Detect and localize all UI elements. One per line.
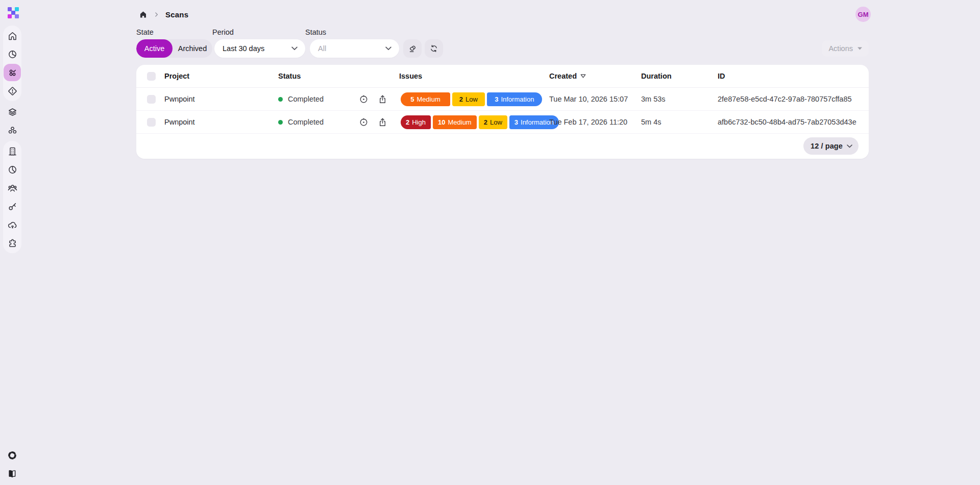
actions-button-label: Actions bbox=[828, 44, 853, 53]
issue-badge-low[interactable]: 2Low bbox=[452, 92, 485, 106]
period-select-value: Last 30 days bbox=[223, 44, 264, 53]
target-icon[interactable] bbox=[358, 94, 369, 105]
chevron-right-icon bbox=[153, 11, 160, 18]
column-header-project[interactable]: Project bbox=[164, 72, 278, 80]
state-filter: State Active Archived bbox=[136, 29, 212, 58]
table-row[interactable]: Pwnpoint Completed 5Medium2Low3Informati… bbox=[136, 88, 869, 111]
issue-count: 2 bbox=[484, 118, 487, 126]
page-size-label: 12 / page bbox=[811, 142, 843, 150]
status-cell: Completed bbox=[278, 94, 399, 105]
period-filter: Period Last 30 days bbox=[212, 29, 305, 58]
id-cell: 2fe87e58-e5cd-47c2-97a8-780757cffa85 bbox=[718, 95, 869, 103]
scans-table: Project Status Issues Created Duration I… bbox=[136, 65, 869, 159]
issue-count: 3 bbox=[514, 118, 518, 126]
issue-severity-label: High bbox=[412, 118, 426, 126]
topbar: Scans GM bbox=[136, 0, 869, 29]
filter-tools bbox=[403, 39, 443, 58]
state-option-archived[interactable]: Archived bbox=[173, 39, 212, 58]
sidebar-item-vulnerabilities[interactable] bbox=[3, 82, 21, 100]
assets-icon bbox=[7, 125, 18, 136]
docs-icon bbox=[7, 469, 17, 479]
issue-badge-high[interactable]: 2High bbox=[401, 115, 431, 129]
chevron-down-icon bbox=[291, 46, 298, 51]
issue-badges: 5Medium2Low3Information bbox=[401, 92, 542, 106]
issue-badge-information[interactable]: 3Information bbox=[487, 92, 542, 106]
column-header-id[interactable]: ID bbox=[718, 72, 869, 80]
organization-icon bbox=[7, 146, 18, 157]
clear-filters-button[interactable] bbox=[403, 39, 422, 58]
status-select[interactable]: All bbox=[310, 39, 399, 58]
row-checkbox[interactable] bbox=[147, 118, 156, 127]
sidebar-item-assets[interactable] bbox=[3, 121, 21, 139]
table-footer: 12 / page bbox=[136, 134, 869, 158]
state-segmented-control: Active Archived bbox=[136, 39, 212, 58]
sidebar-item-home[interactable] bbox=[3, 27, 21, 45]
sidebar-item-docs[interactable] bbox=[3, 465, 21, 483]
issue-badge-medium[interactable]: 5Medium bbox=[401, 92, 450, 106]
cloud-icon bbox=[7, 220, 18, 230]
row-actions bbox=[358, 94, 388, 105]
column-header-issues[interactable]: Issues bbox=[399, 72, 549, 80]
chevron-down-icon bbox=[385, 46, 391, 51]
sidebar-item-help[interactable] bbox=[3, 446, 21, 465]
period-select[interactable]: Last 30 days bbox=[214, 39, 305, 58]
app-logo-icon[interactable] bbox=[6, 6, 20, 20]
refresh-button[interactable] bbox=[425, 39, 443, 58]
avatar[interactable]: GM bbox=[855, 7, 871, 22]
issue-badge-medium[interactable]: 10Medium bbox=[433, 115, 477, 129]
page-title: Scans bbox=[165, 10, 188, 19]
home-icon[interactable] bbox=[139, 10, 148, 19]
export-icon[interactable] bbox=[377, 117, 388, 128]
status-dot-icon bbox=[278, 120, 283, 125]
duration-cell: 3m 53s bbox=[641, 95, 718, 103]
status-select-placeholder: All bbox=[318, 44, 326, 53]
state-option-active[interactable]: Active bbox=[136, 39, 173, 58]
integrations-icon bbox=[7, 238, 18, 249]
sidebar-item-layers[interactable] bbox=[3, 103, 21, 121]
home-icon bbox=[7, 31, 18, 41]
sidebar-bottom-nav bbox=[3, 446, 21, 483]
column-header-duration[interactable]: Duration bbox=[641, 72, 718, 80]
export-icon[interactable] bbox=[377, 94, 388, 105]
sidebar-item-reports[interactable] bbox=[3, 160, 21, 179]
issue-severity-label: Low bbox=[465, 95, 478, 103]
select-all-checkbox[interactable] bbox=[147, 72, 156, 81]
scans-page: { "colors": { "accent": "#A516BD", "acti… bbox=[0, 0, 980, 485]
reports-icon bbox=[7, 164, 18, 175]
issue-count: 10 bbox=[438, 118, 445, 126]
row-actions bbox=[358, 117, 388, 128]
issue-badges: 2High10Medium2Low3Information bbox=[401, 115, 542, 129]
sidebar-item-cloud[interactable] bbox=[3, 215, 21, 234]
chevron-down-icon bbox=[857, 47, 862, 50]
issue-count: 5 bbox=[410, 95, 414, 103]
sidebar-item-team[interactable] bbox=[3, 179, 21, 197]
table-row[interactable]: Pwnpoint Completed 2High10Medium2Low3Inf… bbox=[136, 111, 869, 134]
issue-severity-label: Information bbox=[501, 95, 534, 103]
target-icon[interactable] bbox=[358, 117, 369, 128]
state-filter-label: State bbox=[136, 29, 212, 36]
vulnerabilities-icon bbox=[7, 86, 18, 96]
issue-severity-label: Low bbox=[490, 118, 502, 126]
sidebar-item-organization[interactable] bbox=[3, 142, 21, 160]
sidebar-item-integrations[interactable] bbox=[3, 234, 21, 252]
column-header-status[interactable]: Status bbox=[278, 72, 399, 80]
sidebar-item-scans[interactable] bbox=[3, 63, 21, 82]
period-filter-label: Period bbox=[212, 29, 305, 36]
sidebar-item-api-key[interactable] bbox=[3, 197, 21, 215]
page-size-select[interactable]: 12 / page bbox=[803, 137, 859, 155]
table-body: Pwnpoint Completed 5Medium2Low3Informati… bbox=[136, 88, 869, 134]
row-checkbox[interactable] bbox=[147, 95, 156, 104]
eraser-icon bbox=[407, 43, 418, 54]
api-key-icon bbox=[7, 201, 18, 212]
issue-count: 3 bbox=[495, 95, 498, 103]
actions-button[interactable]: Actions bbox=[822, 40, 869, 57]
layers-icon bbox=[7, 107, 18, 117]
sidebar-item-pie-chart[interactable] bbox=[3, 45, 21, 63]
column-header-created[interactable]: Created bbox=[549, 72, 641, 80]
team-icon bbox=[7, 183, 18, 193]
issue-severity-label: Medium bbox=[448, 118, 471, 126]
sidebar-group bbox=[3, 101, 21, 141]
created-cell: Tue Feb 17, 2026 11:20 bbox=[549, 118, 641, 126]
issue-badge-low[interactable]: 2Low bbox=[479, 115, 507, 129]
sidebar-nav bbox=[3, 26, 21, 253]
